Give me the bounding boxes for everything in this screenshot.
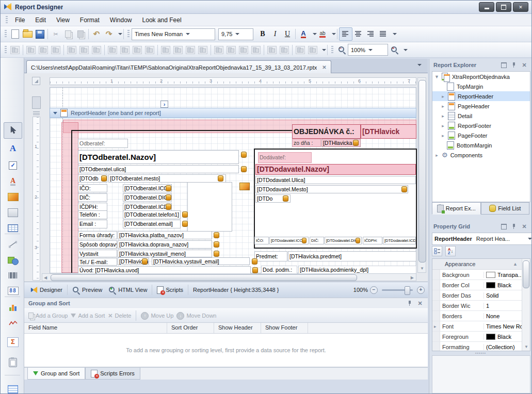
odberatel-label[interactable]: Odberateľ:: [78, 139, 128, 148]
tab-field-list[interactable]: Field List: [481, 202, 530, 215]
property-row[interactable]: Border Das Solid: [432, 290, 530, 301]
category-appearance[interactable]: Appearance▲: [432, 259, 530, 270]
h-spacing-increase-icon[interactable]: [172, 44, 184, 56]
design-h-scrollbar[interactable]: ◀ ▶: [42, 273, 416, 281]
band-collapse-icon[interactable]: [53, 112, 57, 114]
richtext-tool-icon[interactable]: A: [6, 175, 20, 188]
zoom-combo[interactable]: 100%: [348, 44, 388, 56]
tab-scripts-errors[interactable]: Scripts Errors: [85, 368, 140, 380]
zoom-overflow-icon[interactable]: [400, 44, 407, 56]
tel-email-label[interactable]: Tel./ E-mail:: [78, 258, 117, 266]
zoom-in-button[interactable]: +: [388, 44, 400, 56]
same-height-icon[interactable]: [131, 44, 143, 56]
menu-file[interactable]: File: [10, 14, 30, 26]
layout-overflow-icon[interactable]: [319, 44, 326, 56]
snap-to-grid-icon[interactable]: [9, 44, 21, 56]
design-v-scrollbar[interactable]: ▼: [417, 77, 426, 273]
same-width-icon[interactable]: [106, 44, 119, 56]
panel-splitter[interactable]: ▪▪▪▪▪▪: [432, 351, 529, 355]
new-report-button[interactable]: [9, 28, 21, 40]
move-down-button[interactable]: ↓Move Down: [176, 312, 216, 320]
picture-field-icon[interactable]: [239, 183, 250, 190]
tree-node-reportheader[interactable]: ▸ ReportHeader: [432, 91, 530, 101]
send-to-back-icon[interactable]: [307, 44, 319, 56]
minimize-button[interactable]: [479, 2, 494, 12]
close-panel-icon[interactable]: ✕: [416, 300, 424, 307]
tree-node-pageheader[interactable]: ▸ PageHeader: [432, 101, 530, 111]
tree-node-bottommargin[interactable]: BottomMargin: [432, 140, 530, 150]
save-button[interactable]: [34, 28, 46, 40]
maximize-button[interactable]: [496, 2, 511, 12]
tree-node-pagefooter[interactable]: ▸ PageFooter: [432, 130, 530, 140]
align-centers-icon[interactable]: [37, 44, 50, 56]
align-center-button[interactable]: [352, 28, 365, 40]
vystavil-email-field[interactable]: [DTHlavicka.vystavil_email]: [152, 257, 250, 265]
report-header-band-bar[interactable]: ReportHeader [one band per report]: [50, 108, 416, 118]
pointer-tool-icon[interactable]: [6, 123, 20, 137]
predmet-field[interactable]: [DTHlavicka.predmet]: [288, 251, 416, 261]
menu-window[interactable]: Window: [105, 14, 137, 26]
table-of-contents-tool-icon[interactable]: [6, 383, 20, 394]
add-sort-button[interactable]: Add a Sort: [71, 313, 105, 319]
dodavatel-mesto-field[interactable]: [DTDodavatel.Mesto]: [255, 185, 408, 193]
line-tool-icon[interactable]: [6, 238, 20, 251]
v-spacing-equal-icon[interactable]: [213, 44, 225, 56]
scroll-right-icon[interactable]: ▶: [411, 275, 414, 280]
forma-uhrady-label[interactable]: Forma úhrady:: [78, 231, 117, 239]
zoom-out-button[interactable]: −: [335, 44, 348, 56]
preview-tab[interactable]: Preview: [69, 286, 105, 294]
h-spacing-decrease-icon[interactable]: [184, 44, 197, 56]
tree-node-reportfooter[interactable]: ▸ ReportFooter: [432, 121, 530, 130]
underline-button[interactable]: U: [281, 28, 294, 40]
v-spacing-remove-icon[interactable]: [250, 44, 262, 56]
expander-icon[interactable]: ▸: [441, 94, 445, 99]
h-spacing-remove-icon[interactable]: [197, 44, 209, 56]
tab-report-explorer[interactable]: Report Ex...: [432, 202, 481, 215]
close-panel-icon[interactable]: ✕: [521, 223, 528, 230]
menu-format[interactable]: Format: [75, 14, 105, 26]
email-field[interactable]: [DTOdberatel.email]: [123, 220, 181, 228]
property-row[interactable]: Foregroun Black: [432, 332, 530, 342]
smart-tag-button[interactable]: ›: [160, 101, 168, 108]
ico-label[interactable]: IČO:: [78, 184, 107, 192]
icdph-label[interactable]: IČDPH:: [78, 203, 107, 211]
expander-icon[interactable]: ▸: [441, 123, 445, 128]
tree-node-detail[interactable]: ▸ Detail: [432, 111, 530, 121]
band-margin-handle[interactable]: [32, 96, 41, 109]
picturebox-tool-icon[interactable]: [6, 190, 20, 204]
barcode-tool-icon[interactable]: [6, 269, 20, 282]
property-row-font[interactable]: ▸ Font Times New Ro...: [432, 321, 530, 332]
zo-dna-label[interactable]: zo dňa :: [292, 139, 321, 147]
font-color-button[interactable]: A: [297, 28, 310, 40]
font-name-combo[interactable]: Times New Roman: [132, 28, 215, 40]
shape-tool-icon[interactable]: [6, 253, 20, 267]
property-row[interactable]: Backgroun Transpa...: [432, 270, 530, 280]
zoom-plus-button[interactable]: +: [417, 286, 425, 294]
align-lefts-icon[interactable]: [25, 44, 37, 56]
font-color-dropdown-icon[interactable]: [310, 28, 316, 40]
sposob-dopravy-field[interactable]: [DTHlavicka.doprava_nazov]: [118, 240, 212, 249]
label-tool-icon[interactable]: A: [6, 142, 20, 155]
col-sort-order[interactable]: Sort Order: [167, 323, 214, 333]
paste-icon[interactable]: [74, 28, 87, 40]
maximize-panel-icon[interactable]: [500, 223, 507, 230]
same-size-icon[interactable]: [143, 44, 156, 56]
scripts-tab[interactable]: Scripts: [154, 286, 186, 294]
cut-icon[interactable]: ✂: [50, 28, 62, 40]
italic-button[interactable]: I: [269, 28, 281, 40]
forma-uhrady-field[interactable]: [DTHlavicka.platba_nazov]: [118, 231, 212, 239]
zoom-slider-thumb[interactable]: [405, 286, 410, 295]
menu-view[interactable]: View: [51, 14, 75, 26]
undo-dropdown-icon[interactable]: [115, 28, 122, 40]
property-row[interactable]: Borders None: [432, 311, 530, 321]
tree-node-components[interactable]: ▸ ⚙ Components: [432, 150, 530, 160]
highlight-button[interactable]: ab: [316, 28, 329, 40]
col-field-name[interactable]: Field Name: [24, 323, 167, 333]
align-right-button[interactable]: [365, 28, 377, 40]
tree-node-topmargin[interactable]: TopMargin: [432, 81, 530, 91]
justify-button[interactable]: [377, 28, 390, 40]
dic-label[interactable]: DIČ:: [78, 193, 107, 202]
add-group-button[interactable]: Add a Group: [28, 313, 68, 319]
alphabetical-sort-icon[interactable]: AZ↓: [445, 246, 456, 256]
undo-button[interactable]: ↶: [90, 28, 103, 40]
